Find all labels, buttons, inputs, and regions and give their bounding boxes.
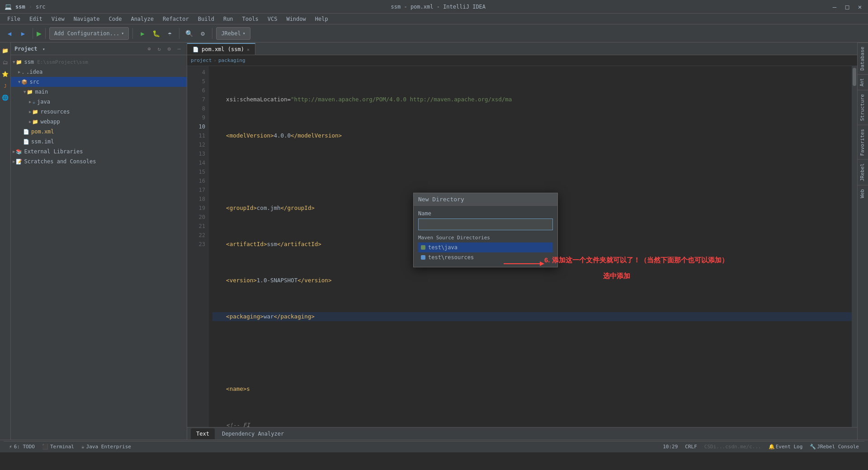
structure-tab-icon[interactable]: 🗂	[1, 58, 10, 67]
tree-item-extlibs[interactable]: ▶ 📚 External Libraries	[11, 147, 187, 157]
title-bar-center: ssm - pom.xml - IntelliJ IDEA	[391, 4, 486, 10]
toolbar-search-btn[interactable]: 🔍	[183, 28, 195, 39]
menu-code[interactable]: Code	[105, 15, 126, 23]
menu-vcs[interactable]: VCS	[264, 15, 281, 23]
maximize-button[interactable]: □	[844, 3, 851, 10]
tree-item-idea[interactable]: ▶ . .idea	[11, 67, 187, 77]
tree-item-pom[interactable]: 📄 pom.xml	[11, 127, 187, 137]
tree-item-resources[interactable]: ▶ 📁 resources	[11, 107, 187, 117]
terminal-icon: ⬛	[42, 444, 48, 450]
breadcrumb-item-packaging[interactable]: packaging	[218, 57, 245, 63]
menu-file[interactable]: File	[4, 15, 24, 23]
toolbar-settings-btn[interactable]: ⚙	[197, 28, 208, 39]
event-log-button[interactable]: 🔔 Event Log	[769, 444, 803, 450]
chevron-icon: ▶	[18, 70, 20, 74]
menu-view[interactable]: View	[48, 15, 68, 23]
breadcrumb-item-project[interactable]: project	[191, 57, 212, 63]
scope-button[interactable]: ⊕	[145, 45, 153, 53]
maven-dir-item-java[interactable]: test\java	[418, 242, 553, 252]
tree-label-idea: .idea	[26, 69, 42, 75]
todo-icon: ⚡	[9, 444, 12, 450]
resources-folder-icon: 📁	[32, 109, 38, 115]
ant-panel-tab[interactable]: Ant	[858, 74, 868, 90]
menu-analyze[interactable]: Analyze	[127, 15, 157, 23]
tree-item-main[interactable]: ▼ 📁 main	[11, 87, 187, 97]
run-button[interactable]: ▶	[137, 28, 148, 39]
settings-button[interactable]: ⚙	[165, 45, 173, 53]
bottom-status-right: 10:29 CRLF CSDi...csdn.me/c... 🔔 Event L…	[663, 444, 859, 450]
toolbar-back-btn[interactable]: ◀	[4, 28, 15, 39]
tree-item-src[interactable]: ▼ 📦 src	[11, 77, 187, 87]
main-folder-icon: 📁	[27, 89, 33, 95]
chevron-icon: ▼	[24, 90, 26, 94]
menu-build[interactable]: Build	[194, 15, 218, 23]
tree-item-webapp[interactable]: ▶ 📁 webapp	[11, 117, 187, 127]
tree-label-extlibs: External Libraries	[24, 148, 83, 155]
web-tab-icon[interactable]: 🌐	[1, 93, 10, 102]
crlf-label[interactable]: CRLF	[685, 444, 697, 450]
terminal-button[interactable]: ⬛ Terminal	[42, 444, 74, 450]
annotation-text-2: 选中添加	[603, 272, 630, 280]
database-panel-tab[interactable]: Database	[858, 43, 868, 74]
favorites-panel-tab[interactable]: Favorites	[858, 125, 868, 160]
tree-label-resources: resources	[40, 109, 70, 115]
coverage-button[interactable]: ☂	[164, 28, 175, 39]
jrebel-panel-tab[interactable]: JRebel	[858, 159, 868, 185]
todo-button[interactable]: ⚡ 6: TODO	[9, 444, 35, 450]
src-label: src	[36, 4, 46, 10]
sync-button[interactable]: ↻	[155, 45, 163, 53]
toolbar-sep-2	[45, 28, 46, 39]
project-title-arrow[interactable]: ▾	[42, 47, 45, 52]
project-panel: Project ▾ ⊕ ↻ ⚙ — ▼ 📁 ssm E:\ssmProject\…	[11, 43, 187, 440]
breadcrumb-sep: ›	[213, 57, 217, 63]
project-root-icon: 📁	[16, 59, 22, 65]
web-panel-tab[interactable]: Web	[858, 185, 868, 202]
jrebel-console-button[interactable]: 🔧 JRebel Console	[810, 444, 859, 450]
tab-dependency-analyzer[interactable]: Dependency Analyzer	[217, 428, 289, 439]
menu-run[interactable]: Run	[220, 15, 237, 23]
jrebel-tab-icon[interactable]: J	[1, 81, 10, 90]
toolbar-sep-4	[179, 28, 179, 39]
add-config-button[interactable]: Add Configuration... ▾	[49, 27, 129, 40]
tree-item-scratches[interactable]: ▶ 📝 Scratches and Consoles	[11, 157, 187, 166]
menu-help[interactable]: Help	[311, 15, 332, 23]
tree-label-java: java	[37, 99, 50, 105]
menu-edit[interactable]: Edit	[26, 15, 46, 23]
terminal-label: Terminal	[50, 444, 74, 450]
annotation-text-1: 6. 添加这一个文件夹就可以了！（当然下面那个也可以添加）	[544, 256, 728, 265]
title-bar-right: – □ ✕	[831, 3, 863, 10]
tree-label-ssmiml: ssm.iml	[31, 138, 54, 145]
bottom-status-left: ⚡ 6: TODO ⬛ Terminal ☕ Java Enterprise	[9, 444, 656, 450]
bottom-tabs: Text Dependency Analyzer	[187, 427, 857, 440]
run-icon: ▶	[37, 28, 42, 38]
project-tab-icon[interactable]: 📁	[1, 46, 10, 55]
dialog-name-input[interactable]	[418, 218, 553, 230]
tab-close-button[interactable]: ✕	[247, 47, 250, 52]
structure-panel-tab[interactable]: Structure	[858, 90, 868, 125]
menu-window[interactable]: Window	[283, 15, 309, 23]
menu-navigate[interactable]: Navigate	[70, 15, 104, 23]
maven-dir-label-java: test\java	[428, 244, 458, 251]
close-button[interactable]: ✕	[856, 3, 863, 10]
toolbar-forward-btn[interactable]: ▶	[17, 28, 29, 39]
maven-dir-item-resources[interactable]: test\resources	[418, 252, 553, 262]
dialog-name-label: Name	[418, 210, 553, 217]
minimize-button[interactable]: –	[831, 3, 838, 10]
code-editor[interactable]: 4 5 6 7 8 9 10 11 12 13 14 15 16 17 18 1…	[187, 66, 857, 427]
tree-item-java[interactable]: ▶ ☕ java	[11, 97, 187, 107]
toolbar-sep-3	[132, 28, 133, 39]
encoding-label[interactable]: CSDi...csdn.me/c...	[704, 444, 761, 450]
tab-text[interactable]: Text	[191, 428, 215, 439]
tree-item-ssmiml[interactable]: 📄 ssm.iml	[11, 137, 187, 147]
jrebel-label: JRebel	[221, 30, 241, 37]
menu-refactor[interactable]: Refactor	[159, 15, 193, 23]
close-panel-button[interactable]: —	[175, 45, 183, 53]
debug-button[interactable]: 🐛	[150, 28, 162, 39]
favorites-tab-icon[interactable]: ⭐	[1, 70, 10, 79]
tree-item-ssm[interactable]: ▼ 📁 ssm E:\ssmProject\ssm	[11, 57, 187, 67]
jrebel-button[interactable]: JRebel ▾	[216, 27, 250, 40]
menu-tools[interactable]: Tools	[239, 15, 262, 23]
tree-label-main: main	[35, 89, 48, 95]
java-enterprise-button[interactable]: ☕ Java Enterprise	[81, 444, 131, 450]
tab-pom-xml[interactable]: 📄 pom.xml (ssm) ✕	[187, 43, 255, 55]
